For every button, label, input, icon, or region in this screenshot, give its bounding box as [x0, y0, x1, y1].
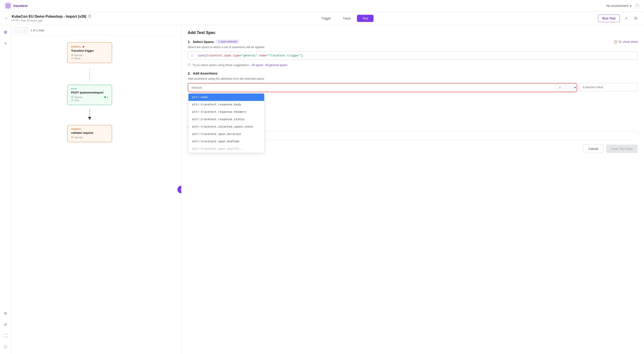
left-sidebar: ⊞ ≡ ⊕ ⊖ ⛶ ⚇: [0, 25, 11, 354]
span-meta-post-2: ⏱ 3ms: [71, 99, 108, 102]
dropdown-item-response-body[interactable]: attr:tracetest.response.body: [188, 101, 264, 108]
dot-count: 1: [107, 96, 108, 98]
center-tabs: Trigger Trace Test: [316, 15, 374, 22]
prev-trace-button[interactable]: ‹: [15, 27, 20, 33]
double-chevron-icon: »: [180, 187, 182, 191]
section-add-assertions: 2. Add Assertions Add assertions using t…: [188, 71, 638, 112]
span-name-validate: validate request: [71, 131, 108, 135]
cheat-sheet-link[interactable]: 📋 SL cheat sheet: [614, 40, 638, 43]
info-icon[interactable]: ⓘ: [88, 14, 91, 18]
all-general-spans-link[interactable]: All general spans: [265, 63, 288, 67]
logo[interactable]: tracetest: [4, 2, 28, 9]
gear-icon-2: ⚙: [71, 96, 73, 98]
span-meta-2: ⏱ 56ms: [71, 57, 108, 60]
env-label: No environment: [606, 4, 628, 7]
suggestions-row: ⓘ Try to select spans using these sugges…: [188, 63, 638, 67]
test-title-area: KubeCon EU Demo Pokeshop - Import (v26) …: [12, 14, 91, 22]
info-circle-icon: ⓘ: [188, 63, 191, 67]
diagram-icon-button[interactable]: ⊞: [2, 29, 9, 36]
svg-point-1: [8, 5, 9, 6]
span-meta-post-1: ⚙ internal 1: [71, 96, 108, 98]
span-selected-badge: 1 span selected: [216, 40, 239, 44]
clock-icon-2: ⏱: [71, 99, 74, 102]
span-meta-validate: ⚙ internal: [71, 136, 108, 139]
attribute-input[interactable]: [188, 83, 555, 92]
gear-icon: ⚙: [71, 54, 73, 57]
export-button[interactable]: ↗: [622, 14, 630, 22]
right-panel: Add Test Spec 1. Select Spans 1 span sel…: [182, 25, 644, 354]
chevron-right-icon: ›: [24, 29, 25, 32]
help-button[interactable]: ?: [634, 3, 640, 8]
sub-header-left: ← KubeCon EU Demo Pokeshop - Import (v26…: [4, 14, 91, 22]
span-name: Tracetest trigger: [71, 49, 108, 52]
diagram-canvas: GENERAL ◆ Tracetest trigger ⚙ internal ⏱…: [11, 36, 181, 351]
main-layout: ⊞ ≡ ⊕ ⊖ ⛶ ⚇ ‹ › 1 of 1 total GENERAL: [0, 25, 644, 354]
span-meta-1: ⚙ internal: [71, 54, 108, 57]
section2-header: 2. Add Assertions: [188, 71, 638, 75]
clock-icon: ⏱: [71, 57, 74, 60]
tab-test[interactable]: Test: [357, 15, 374, 22]
export-icon: ↗: [624, 16, 628, 21]
tab-trigger[interactable]: Trigger: [316, 15, 336, 22]
zoom-out-button[interactable]: ⊖: [2, 321, 9, 328]
chevron-down-icon: ▾: [630, 4, 632, 7]
panel-title: Add Test Spec: [188, 30, 638, 35]
dropdown-item-response-headers[interactable]: attr:tracetest.response.headers: [188, 108, 264, 116]
cancel-button[interactable]: Cancel: [583, 145, 604, 153]
settings-icon: ⚙: [634, 16, 638, 21]
chevron-left-icon: ‹: [17, 29, 18, 32]
code-editor[interactable]: 1 span[tracetest.span.type="general" nam…: [188, 51, 638, 60]
span-type-badge-validate: GENERAL: [71, 128, 108, 130]
section-select-spans: 1. Select Spans 1 span selected 📋 SL che…: [188, 40, 638, 67]
section2-title: 2. Add Assertions: [188, 71, 218, 75]
logo-icon: [4, 2, 12, 9]
trace-nav: ‹ ›: [15, 27, 28, 33]
save-test-spec-button[interactable]: Save Test Spec: [606, 145, 638, 153]
book-icon: 📋: [614, 40, 617, 43]
code-line-num: 1: [191, 54, 195, 57]
span-type-badge-http: HTTP: [71, 88, 108, 90]
trace-canvas: ‹ › 1 of 1 total GENERAL ◆ Tracetest tri…: [11, 25, 182, 354]
environment-selector[interactable]: No environment ▾: [606, 4, 632, 7]
all-spans-link[interactable]: All spans: [252, 63, 263, 67]
tab-trace[interactable]: Trace: [338, 15, 356, 22]
nav-left: tracetest: [4, 2, 28, 9]
code-content: span[tracetest.span.type="general" name=…: [198, 54, 634, 57]
span-node-tracetest-trigger[interactable]: GENERAL ◆ Tracetest trigger ⚙ internal ⏱…: [67, 42, 112, 63]
sub-header: ← KubeCon EU Demo Pokeshop - Import (v26…: [0, 12, 644, 25]
assertion-input-group: = != contains lt gt attr:name attr:trace…: [188, 83, 577, 92]
expected-value-input[interactable]: [580, 83, 638, 91]
section1-desc: Select the spans to which a set of asser…: [188, 45, 638, 49]
attribute-dropdown: attr:name attr:tracetest.response.body a…: [188, 93, 264, 153]
trace-count: 1 of 1 total: [30, 29, 44, 32]
chevron-left-icon: ←: [4, 16, 8, 20]
span-node-post-pokemon[interactable]: HTTP POST /pokemon/import ⚙ internal 1 ⏱…: [67, 85, 112, 105]
gear-icon-3: ⚙: [71, 136, 73, 139]
dropdown-item-span-starttime[interactable]: attr:tracetest.span.startTi...: [188, 145, 264, 153]
status-dot: [104, 96, 106, 98]
zoom-in-button[interactable]: ⊕: [2, 310, 9, 317]
section1-title: 1. Select Spans 1 span selected: [188, 40, 239, 44]
dropdown-item-selected-spans-count[interactable]: attr:tracetest.selected_spans.count: [188, 123, 264, 131]
dropdown-item-attr-name[interactable]: attr:name: [188, 94, 264, 101]
help-icon: ?: [636, 4, 638, 7]
fullscreen-button[interactable]: ⛶: [2, 332, 9, 339]
nav-right: No environment ▾ ?: [606, 3, 640, 8]
test-title: KubeCon EU Demo Pokeshop - Import (v26) …: [12, 14, 91, 18]
run-test-button[interactable]: Run Test: [598, 14, 620, 22]
top-nav: tracetest No environment ▾ ?: [0, 0, 644, 12]
span-type-badge: GENERAL ◆: [71, 45, 108, 48]
list-icon-button[interactable]: ≡: [2, 40, 9, 47]
dropdown-item-span-endtime[interactable]: attr:tracetest.span.endTime: [188, 138, 264, 145]
users-button[interactable]: ⚇: [2, 343, 9, 351]
dropdown-item-span-duration[interactable]: attr:tracetest.span.duration: [188, 131, 264, 138]
sub-header-right: Run Test ↗ ⚙: [598, 14, 640, 22]
logo-text: tracetest: [14, 4, 28, 7]
dropdown-item-response-status[interactable]: attr:tracetest.response.status: [188, 116, 264, 123]
section1-header: 1. Select Spans 1 span selected 📋 SL che…: [188, 40, 638, 44]
operator-select[interactable]: = != contains lt gt: [555, 83, 577, 92]
next-trace-button[interactable]: ›: [22, 27, 28, 33]
settings-button[interactable]: ⚙: [632, 14, 640, 22]
back-button[interactable]: ←: [4, 16, 8, 20]
span-node-validate[interactable]: GENERAL validate request ⚙ internal: [67, 125, 112, 142]
